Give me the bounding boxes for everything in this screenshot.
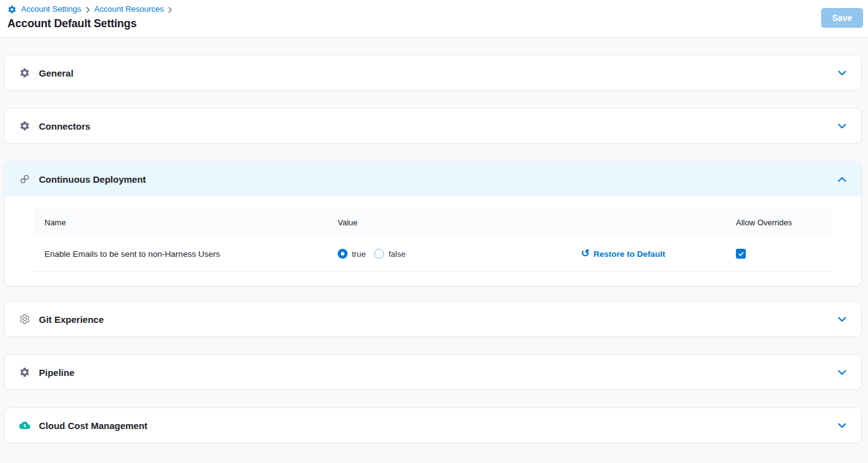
column-header-value: Value (338, 218, 581, 227)
section-header-cloud-cost-management[interactable]: $ Cloud Cost Management (4, 408, 861, 443)
breadcrumb: Account Settings Account Resources (7, 4, 868, 14)
section-label: Connectors (39, 121, 90, 131)
section-card-pipeline: Pipeline (4, 355, 861, 390)
section-header-general[interactable]: General (4, 56, 861, 90)
section-label: Git Experience (39, 314, 104, 325)
chevron-down-icon (838, 423, 846, 428)
chevron-right-icon (168, 7, 172, 13)
radio-selected-icon[interactable] (338, 249, 348, 259)
radio-unselected-icon[interactable] (374, 249, 384, 259)
chevron-up-icon (838, 177, 846, 182)
top-bar: Account Settings Account Resources Accou… (0, 0, 868, 38)
section-card-git-experience: Git Experience (4, 302, 861, 336)
section-label: Pipeline (39, 367, 75, 378)
cloud-dollar-icon: $ (19, 420, 31, 431)
chevron-down-icon (838, 70, 846, 76)
continuous-deployment-settings: Name Value Allow Overrides Enable Emails… (4, 196, 861, 286)
save-button[interactable]: Save (821, 8, 863, 28)
section-header-pipeline[interactable]: Pipeline (4, 355, 861, 390)
setting-name: Enable Emails to be sent to non-Harness … (34, 249, 338, 259)
chevron-right-icon (86, 7, 90, 13)
settings-gear-icon (7, 5, 17, 14)
section-label: Cloud Cost Management (39, 420, 148, 431)
section-card-general: General (4, 56, 861, 90)
section-card-continuous-deployment: Continuous Deployment Name Value Allow O… (4, 162, 861, 286)
column-header-allow-overrides: Allow Overrides (736, 218, 832, 227)
value-radio-group: true false (338, 249, 406, 259)
section-header-continuous-deployment[interactable]: Continuous Deployment (4, 162, 861, 196)
section-header-connectors[interactable]: Connectors (4, 109, 861, 143)
chevron-down-icon (838, 370, 846, 375)
gear-outline-icon (19, 314, 31, 325)
gear-icon (19, 67, 31, 78)
restore-link-label: Restore to Default (593, 249, 665, 259)
breadcrumb-account-resources[interactable]: Account Resources (94, 4, 164, 14)
radio-option-false[interactable]: false (374, 249, 405, 259)
chevron-down-icon (838, 317, 846, 322)
settings-table-header: Name Value Allow Overrides (34, 208, 832, 236)
breadcrumb-account-settings[interactable]: Account Settings (21, 4, 81, 14)
allow-overrides-checkbox[interactable] (736, 249, 746, 259)
section-label: General (39, 68, 73, 78)
page-title: Account Default Settings (7, 17, 868, 30)
restore-icon: ↺ (581, 248, 590, 259)
restore-to-default-link[interactable]: ↺ Restore to Default (581, 249, 666, 259)
section-card-cloud-cost-management: $ Cloud Cost Management (4, 408, 861, 443)
section-card-connectors: Connectors (4, 109, 861, 143)
section-label: Continuous Deployment (39, 174, 146, 185)
radio-option-true[interactable]: true (338, 249, 365, 259)
table-row: Enable Emails to be sent to non-Harness … (34, 236, 832, 272)
radio-label-false: false (388, 249, 405, 259)
svg-text:$: $ (23, 423, 26, 428)
settings-sections: General Connectors Continuous Deployment (0, 38, 868, 443)
section-header-git-experience[interactable]: Git Experience (4, 302, 861, 336)
column-header-name: Name (34, 218, 338, 227)
gear-icon (19, 120, 31, 131)
gear-icon (19, 367, 31, 378)
check-icon (738, 251, 745, 257)
chevron-down-icon (838, 123, 846, 129)
radio-label-true: true (352, 249, 365, 259)
link-icon (19, 173, 31, 185)
